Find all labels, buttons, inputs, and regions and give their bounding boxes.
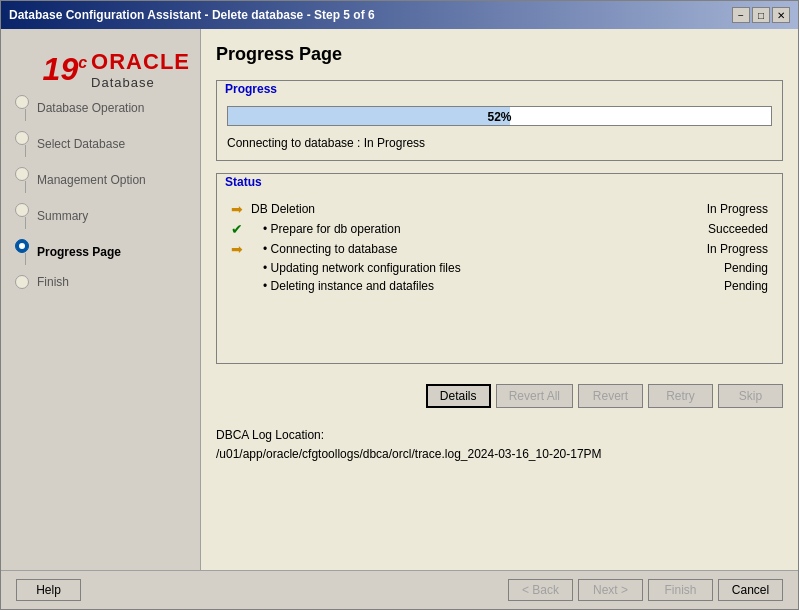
log-label: DBCA Log Location:	[216, 426, 783, 445]
oracle-sub: Database	[91, 75, 155, 90]
cancel-button[interactable]: Cancel	[718, 579, 783, 601]
sidebar-label-database-operation: Database Operation	[37, 101, 144, 115]
sidebar-item-progress-page: Progress Page	[11, 234, 200, 270]
close-button[interactable]: ✕	[772, 7, 790, 23]
sidebar-item-management-option: Management Option	[11, 162, 200, 198]
arrow-icon: ➡	[231, 201, 243, 217]
skip-button[interactable]: Skip	[718, 384, 783, 408]
status-section: Status ➡ DB Deletion	[216, 173, 783, 364]
log-path: /u01/app/oracle/cfgtoollogs/dbca/orcl/tr…	[216, 445, 783, 464]
status-name-3: • Updating network configuration files	[247, 259, 645, 277]
nav-circle-select-database	[15, 131, 29, 145]
progress-status-text: Connecting to database : In Progress	[227, 134, 772, 152]
main-window: Database Configuration Assistant - Delet…	[0, 0, 799, 610]
back-button[interactable]: < Back	[508, 579, 573, 601]
sidebar-label-select-database: Select Database	[37, 137, 125, 151]
next-button[interactable]: Next >	[578, 579, 643, 601]
oracle-version: 19c	[43, 51, 88, 88]
log-section: DBCA Log Location: /u01/app/oracle/cfgto…	[216, 416, 783, 474]
sidebar-label-management-option: Management Option	[37, 173, 146, 187]
progress-section-inner: 52% Connecting to database : In Progress	[217, 98, 782, 160]
table-row: ✔ • Prepare for db operation Succeeded	[227, 219, 772, 239]
arrow-icon-2: ➡	[231, 241, 243, 257]
revert-all-button[interactable]: Revert All	[496, 384, 573, 408]
nav-circle-summary	[15, 203, 29, 217]
content-area: Progress Page Progress 52% Connecting to…	[201, 29, 798, 570]
status-spacer	[217, 303, 782, 363]
status-value-2: In Progress	[645, 239, 772, 259]
status-value-4: Pending	[645, 277, 772, 295]
table-row: ➡ DB Deletion In Progress	[227, 199, 772, 219]
status-section-inner: ➡ DB Deletion In Progress ✔	[217, 191, 782, 303]
status-section-label: Status	[217, 173, 782, 191]
page-title: Progress Page	[216, 44, 783, 65]
help-button[interactable]: Help	[16, 579, 81, 601]
check-icon: ✔	[231, 221, 243, 237]
nav-items: Database Operation Select Database Manag…	[1, 90, 200, 560]
status-value-0: In Progress	[645, 199, 772, 219]
sidebar-item-select-database: Select Database	[11, 126, 200, 162]
status-table: ➡ DB Deletion In Progress ✔	[227, 199, 772, 295]
button-row: Details Revert All Revert Retry Skip	[216, 376, 783, 416]
revert-button[interactable]: Revert	[578, 384, 643, 408]
footer-nav-buttons: < Back Next > Finish Cancel	[508, 579, 783, 601]
oracle-brand: ORACLE	[91, 49, 190, 75]
nav-circle-progress-page	[15, 239, 29, 253]
main-content: 19c ORACLE Database Database Operation	[1, 29, 798, 570]
sidebar-item-database-operation: Database Operation	[11, 90, 200, 126]
nav-circle-database-operation	[15, 95, 29, 109]
restore-button[interactable]: □	[752, 7, 770, 23]
sidebar-label-progress-page: Progress Page	[37, 245, 121, 259]
progress-section-label: Progress	[217, 80, 782, 98]
sidebar-item-summary: Summary	[11, 198, 200, 234]
minimize-button[interactable]: −	[732, 7, 750, 23]
nav-circle-finish	[15, 275, 29, 289]
status-name-2: • Connecting to database	[247, 239, 645, 259]
finish-button[interactable]: Finish	[648, 579, 713, 601]
sidebar-label-finish: Finish	[37, 275, 69, 289]
retry-button[interactable]: Retry	[648, 384, 713, 408]
oracle-logo: 19c ORACLE Database	[43, 49, 190, 90]
sidebar: 19c ORACLE Database Database Operation	[1, 29, 201, 570]
footer: Help < Back Next > Finish Cancel	[1, 570, 798, 609]
details-button[interactable]: Details	[426, 384, 491, 408]
status-name-1: • Prepare for db operation	[247, 219, 645, 239]
logo-area: 19c ORACLE Database	[1, 39, 200, 90]
window-title: Database Configuration Assistant - Delet…	[9, 8, 375, 22]
title-bar: Database Configuration Assistant - Delet…	[1, 1, 798, 29]
status-value-1: Succeeded	[645, 219, 772, 239]
oracle-text: ORACLE Database	[91, 49, 190, 90]
window-controls: − □ ✕	[732, 7, 790, 23]
sidebar-label-summary: Summary	[37, 209, 88, 223]
nav-circle-management-option	[15, 167, 29, 181]
progress-section: Progress 52% Connecting to database : In…	[216, 80, 783, 161]
progress-bar-container: 52%	[227, 106, 772, 126]
status-value-3: Pending	[645, 259, 772, 277]
status-name-4: • Deleting instance and datafiles	[247, 277, 645, 295]
sidebar-item-finish: Finish	[11, 270, 200, 294]
table-row: • Deleting instance and datafiles Pendin…	[227, 277, 772, 295]
status-name-0: DB Deletion	[247, 199, 645, 219]
table-row: • Updating network configuration files P…	[227, 259, 772, 277]
progress-bar-text: 52%	[228, 107, 771, 127]
table-row: ➡ • Connecting to database In Progress	[227, 239, 772, 259]
